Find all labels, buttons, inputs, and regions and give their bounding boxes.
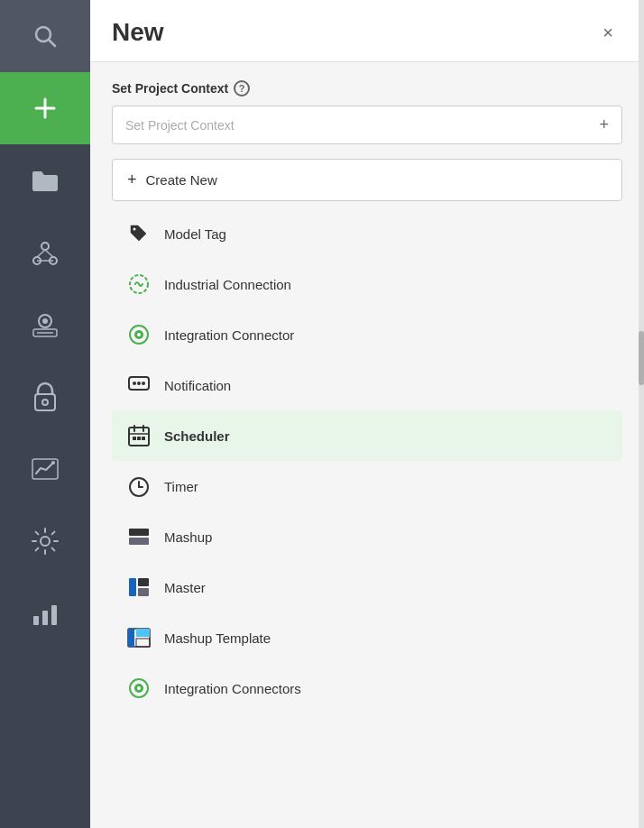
svg-rect-43 xyxy=(129,578,136,596)
list-item-timer[interactable]: Timer xyxy=(112,461,622,511)
list-item-label: Mashup Template xyxy=(164,630,271,646)
list-item-industrial-connection[interactable]: Industrial Connection xyxy=(112,259,622,309)
mashup-template-icon xyxy=(126,625,152,650)
sidebar-item-network[interactable] xyxy=(0,216,90,289)
sidebar-item-chart[interactable] xyxy=(0,433,90,505)
sidebar-item-monitor[interactable] xyxy=(0,289,90,361)
section-label-text: Set Project Context xyxy=(112,81,228,96)
scrollbar-thumb[interactable] xyxy=(639,331,644,385)
list-item-integration-connectors[interactable]: Integration Connectors xyxy=(112,663,622,713)
folder-icon xyxy=(31,168,60,193)
list-item-label: Notification xyxy=(164,378,231,393)
svg-line-1 xyxy=(49,40,55,46)
svg-rect-44 xyxy=(138,578,149,586)
search-icon xyxy=(32,23,59,50)
list-item-label: Master xyxy=(164,580,206,595)
svg-point-4 xyxy=(41,243,49,250)
project-context-placeholder: Set Project Context xyxy=(125,118,235,133)
svg-point-30 xyxy=(142,382,145,385)
svg-point-17 xyxy=(51,461,55,465)
svg-rect-42 xyxy=(129,538,149,545)
list-item-label: Timer xyxy=(164,479,198,494)
sidebar-item-folder[interactable] xyxy=(0,144,90,216)
svg-point-15 xyxy=(42,400,48,405)
master-icon xyxy=(126,575,152,600)
list-item-master[interactable]: Master xyxy=(112,562,622,612)
svg-point-28 xyxy=(133,382,136,385)
lock-icon xyxy=(32,382,58,412)
scrollbar-track[interactable] xyxy=(639,0,644,828)
main-panel: New × Set Project Context ? Set Project … xyxy=(90,0,644,828)
list-item-scheduler[interactable]: Scheduler xyxy=(112,410,622,461)
svg-line-8 xyxy=(45,250,53,257)
network-icon xyxy=(30,237,60,268)
list-item-label: Integration Connectors xyxy=(164,681,301,696)
mashup-icon xyxy=(126,524,152,549)
svg-line-7 xyxy=(37,250,45,257)
svg-rect-14 xyxy=(35,394,55,410)
close-button[interactable]: × xyxy=(593,18,622,47)
industrial-connection-icon xyxy=(126,271,152,297)
integration-connectors-icon xyxy=(126,676,152,701)
timer-icon xyxy=(126,474,152,499)
sidebar-item-lock[interactable] xyxy=(0,361,90,433)
integration-connector-icon xyxy=(126,322,152,347)
sidebar-item-search[interactable] xyxy=(0,0,90,72)
svg-rect-41 xyxy=(129,529,149,536)
svg-point-29 xyxy=(137,382,141,385)
analytics-icon xyxy=(30,598,60,629)
svg-point-18 xyxy=(41,537,50,546)
chart-icon xyxy=(30,454,60,484)
svg-rect-45 xyxy=(138,588,149,596)
svg-rect-48 xyxy=(136,629,150,637)
add-project-icon: + xyxy=(599,115,609,134)
section-label: Set Project Context ? xyxy=(112,80,622,97)
create-new-button[interactable]: + Create New xyxy=(112,159,622,201)
help-icon[interactable]: ? xyxy=(234,80,250,97)
list-item-integration-connector[interactable]: Integration Connector xyxy=(112,309,622,360)
svg-rect-35 xyxy=(133,437,136,440)
sidebar-item-settings[interactable] xyxy=(0,505,90,577)
project-context-input[interactable]: Set Project Context + xyxy=(112,106,622,144)
monitor-icon xyxy=(30,309,60,340)
items-list: Model Tag Industrial Connection xyxy=(112,208,622,713)
tag-icon xyxy=(126,221,152,246)
svg-point-11 xyxy=(42,318,48,324)
notification-icon xyxy=(126,373,152,398)
list-item-label: Mashup xyxy=(164,529,212,545)
panel-body: Set Project Context ? Set Project Contex… xyxy=(90,62,644,731)
list-item-model-tag[interactable]: Model Tag xyxy=(112,208,622,259)
sidebar xyxy=(0,0,90,828)
svg-rect-20 xyxy=(42,611,48,625)
list-item-mashup[interactable]: Mashup xyxy=(112,511,622,562)
svg-point-52 xyxy=(137,686,141,690)
create-new-plus-icon: + xyxy=(127,170,137,189)
list-item-label: Industrial Connection xyxy=(164,277,291,292)
svg-rect-49 xyxy=(136,639,150,647)
svg-rect-37 xyxy=(142,437,145,440)
svg-rect-36 xyxy=(137,437,141,440)
create-new-label: Create New xyxy=(146,172,217,188)
svg-point-22 xyxy=(133,228,136,231)
list-item-label: Scheduler xyxy=(164,428,230,444)
list-item-notification[interactable]: Notification xyxy=(112,360,622,410)
svg-rect-47 xyxy=(128,629,134,647)
plus-icon xyxy=(32,95,59,122)
list-item-label: Model Tag xyxy=(164,226,226,242)
list-item-mashup-template[interactable]: Mashup Template xyxy=(112,612,622,663)
list-item-label: Integration Connector xyxy=(164,327,294,343)
scheduler-icon xyxy=(126,423,152,448)
svg-point-26 xyxy=(137,333,141,336)
panel-header: New × xyxy=(90,0,644,62)
settings-icon xyxy=(31,527,60,556)
sidebar-item-add[interactable] xyxy=(0,72,90,144)
sidebar-item-analytics[interactable] xyxy=(0,577,90,649)
panel-title: New xyxy=(112,18,164,47)
svg-rect-21 xyxy=(51,605,57,625)
svg-rect-19 xyxy=(33,616,39,625)
